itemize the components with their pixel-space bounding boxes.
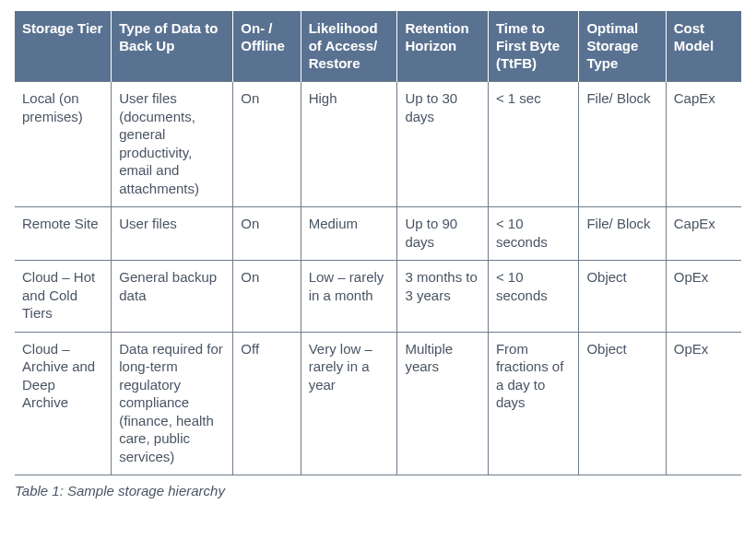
cell-storage-type: File/ Block bbox=[579, 207, 666, 261]
header-storage-type: Optimal Storage Type bbox=[579, 11, 666, 82]
table-row: Cloud – Hot and Cold Tiers General backu… bbox=[15, 261, 741, 333]
header-on-offline: On- / Offline bbox=[233, 11, 301, 82]
cell-storage-type: Object bbox=[579, 332, 666, 475]
table-caption: Table 1: Sample storage hierarchy bbox=[15, 483, 741, 498]
cell-tier: Local (on premises) bbox=[15, 82, 112, 207]
table-header-row: Storage Tier Type of Data to Back Up On-… bbox=[15, 11, 741, 82]
cell-likelihood: Low – rarely in a month bbox=[301, 261, 397, 333]
cell-retention: 3 months to 3 years bbox=[397, 261, 489, 333]
cell-tier: Cloud – Hot and Cold Tiers bbox=[15, 261, 112, 333]
cell-ttfb: From fractions of a day to days bbox=[488, 332, 579, 475]
cell-likelihood: Medium bbox=[301, 207, 397, 261]
cell-cost-model: OpEx bbox=[666, 332, 741, 475]
cell-cost-model: CapEx bbox=[666, 207, 741, 261]
cell-retention: Multiple years bbox=[397, 332, 489, 475]
cell-likelihood: Very low – rarely in a year bbox=[301, 332, 397, 475]
cell-on-offline: On bbox=[233, 207, 301, 261]
header-data-type: Type of Data to Back Up bbox=[112, 11, 233, 82]
cell-tier: Remote Site bbox=[15, 207, 112, 261]
cell-tier: Cloud – Archive and Deep Archive bbox=[15, 332, 112, 475]
cell-data-type: Data required for long-term regulatory c… bbox=[112, 332, 233, 475]
cell-storage-type: File/ Block bbox=[579, 82, 666, 207]
cell-on-offline: Off bbox=[233, 332, 301, 475]
cell-on-offline: On bbox=[233, 261, 301, 333]
header-cost-model: Cost Model bbox=[666, 11, 741, 82]
cell-ttfb: < 10 seconds bbox=[488, 207, 579, 261]
cell-data-type: User files (documents, general productiv… bbox=[112, 82, 233, 207]
cell-retention: Up to 30 days bbox=[397, 82, 489, 207]
table-row: Remote Site User files On Medium Up to 9… bbox=[15, 207, 741, 261]
header-retention: Retention Horizon bbox=[397, 11, 489, 82]
cell-cost-model: OpEx bbox=[666, 261, 741, 333]
cell-on-offline: On bbox=[233, 82, 301, 207]
cell-data-type: User files bbox=[112, 207, 233, 261]
header-ttfb: Time to First Byte (TtFB) bbox=[488, 11, 579, 82]
header-storage-tier: Storage Tier bbox=[15, 11, 112, 82]
header-likelihood: Likelihood of Access/ Restore bbox=[301, 11, 397, 82]
storage-hierarchy-table: Storage Tier Type of Data to Back Up On-… bbox=[15, 11, 741, 475]
table-row: Local (on premises) User files (document… bbox=[15, 82, 741, 207]
cell-retention: Up to 90 days bbox=[397, 207, 489, 261]
cell-data-type: General backup data bbox=[112, 261, 233, 333]
cell-ttfb: < 10 seconds bbox=[488, 261, 579, 333]
cell-ttfb: < 1 sec bbox=[488, 82, 579, 207]
cell-storage-type: Object bbox=[579, 261, 666, 333]
table-row: Cloud – Archive and Deep Archive Data re… bbox=[15, 332, 741, 475]
cell-cost-model: CapEx bbox=[666, 82, 741, 207]
cell-likelihood: High bbox=[301, 82, 397, 207]
